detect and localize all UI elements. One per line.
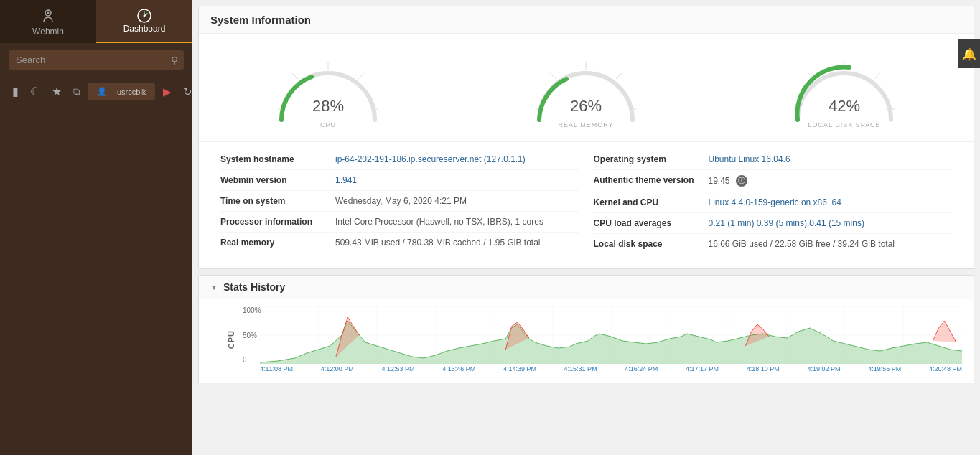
webmin-label: Webmin [32, 27, 64, 37]
info-row-kernel: Kernel and CPU Linux 4.4.0-159-generic o… [594, 192, 953, 213]
cpu-gauge: 28% CPU [256, 48, 400, 134]
sidebar-top: Webmin Dashboard [0, 0, 192, 43]
os-val[interactable]: Ubuntu Linux 16.04.6 [709, 154, 790, 164]
x-label-9: 4:19:02 PM [807, 365, 840, 372]
info-col-left: System hostname ip-64-202-191-186.ip.sec… [213, 149, 587, 254]
info-row-memory: Real memory 509.43 MiB used / 780.38 MiB… [220, 233, 579, 253]
x-label-10: 4:19:55 PM [868, 365, 901, 372]
x-label-6: 4:16:24 PM [625, 365, 658, 372]
notification-bell[interactable]: 🔔 [958, 39, 980, 68]
username: usrccbik [113, 85, 149, 98]
search-input[interactable] [9, 50, 184, 70]
time-val: Wednesday, May 6, 2020 4:21 PM [335, 196, 467, 206]
webmin-ver-key: Webmin version [220, 175, 335, 185]
share-icon[interactable]: ⧉ [70, 84, 83, 100]
sidebar-item-webmin[interactable]: Webmin [0, 0, 96, 43]
memory-key: Real memory [220, 238, 335, 248]
theme-key: Authentic theme version [594, 175, 709, 185]
time-key: Time on system [220, 196, 335, 206]
cpu-chart-label: CPU [210, 330, 235, 349]
x-label-8: 4:18:10 PM [747, 365, 780, 372]
stats-history-panel: ▼ Stats History CPU 100% 50% 0 [198, 275, 974, 383]
svg-text:REAL MEMORY: REAL MEMORY [559, 121, 614, 128]
bell-icon: 🔔 [962, 47, 976, 61]
svg-marker-43 [933, 321, 956, 342]
x-label-11: 4:20:48 PM [929, 365, 962, 372]
load-val[interactable]: 0.21 (1 min) 0.39 (5 mins) 0.41 (15 mins… [709, 218, 864, 228]
memory-val: 509.43 MiB used / 780.38 MiB cached / 1.… [335, 238, 541, 248]
info-row-webmin-ver: Webmin version 1.941 [220, 170, 579, 191]
main-content: System Information [192, 0, 980, 455]
x-label-2: 4:12:53 PM [381, 365, 414, 372]
svg-line-7 [358, 73, 364, 79]
svg-line-14 [616, 73, 622, 79]
collapse-icon[interactable]: ▼ [210, 283, 218, 291]
kernel-key: Kernel and CPU [594, 197, 709, 207]
webmin-ver-val[interactable]: 1.941 [335, 175, 357, 185]
sidebar: Webmin Dashboard ⚲ ▮ ☾ ★ ⧉ 👤 usrccbik ▶ … [0, 0, 192, 455]
svg-point-1 [47, 11, 50, 14]
svg-line-12 [550, 73, 556, 79]
memory-gauge: 26% REAL MEMORY [514, 48, 658, 134]
cpu-chart-svg [260, 306, 962, 364]
svg-line-21 [874, 73, 880, 79]
x-label-4: 4:14:39 PM [503, 365, 536, 372]
cpu-gauge-svg: 28% CPU [271, 48, 386, 134]
x-label-1: 4:12:00 PM [321, 365, 354, 372]
sidebar-item-dashboard[interactable]: Dashboard [96, 0, 192, 43]
theme-val: 19.45 ⓘ [709, 175, 747, 187]
svg-point-3 [144, 15, 146, 17]
x-label-3: 4:13:46 PM [442, 365, 475, 372]
search-icon: ⚲ [171, 55, 178, 66]
theme-info-icon[interactable]: ⓘ [736, 175, 747, 187]
disk-key: Local disk space [594, 239, 709, 249]
memory-gauge-svg: 26% REAL MEMORY [528, 48, 643, 134]
dashboard-label: Dashboard [123, 24, 166, 34]
cpu-chart-wrapper: 100% 50% 0 [243, 306, 962, 372]
hostname-key: System hostname [220, 154, 335, 164]
kernel-val[interactable]: Linux 4.4.0-159-generic on x86_64 [709, 197, 841, 207]
x-axis-labels: 4:11:08 PM 4:12:00 PM 4:12:53 PM 4:13:46… [260, 365, 962, 372]
info-table: System hostname ip-64-202-191-186.ip.sec… [199, 141, 974, 268]
user-badge[interactable]: 👤 usrccbik [88, 83, 155, 100]
stats-history-header: ▼ Stats History [199, 276, 974, 299]
processor-key: Processor information [220, 217, 335, 227]
disk-gauge-svg: 42% LOCAL DISK SPACE [787, 48, 902, 134]
load-key: CPU load averages [594, 218, 709, 228]
disk-gauge: 42% LOCAL DISK SPACE [773, 48, 916, 134]
svg-text:28%: 28% [312, 97, 344, 115]
os-key: Operating system [594, 154, 709, 164]
star-icon[interactable]: ★ [48, 83, 65, 100]
system-info-title: System Information [199, 6, 974, 34]
pin-icon[interactable]: ▮ [9, 83, 22, 100]
info-row-processor: Processor information Intel Core Process… [220, 212, 579, 233]
hostname-val[interactable]: ip-64-202-191-186.ip.secureserver.net (1… [335, 154, 526, 164]
cpu-chart-row: CPU 100% 50% 0 [210, 306, 962, 372]
info-row-theme: Authentic theme version 19.45 ⓘ [594, 170, 953, 192]
search-container: ⚲ [0, 43, 192, 77]
gauges-row: 28% CPU 26% [199, 34, 974, 141]
svg-line-5 [292, 73, 298, 79]
info-row-disk: Local disk space 16.66 GiB used / 22.58 … [594, 234, 953, 254]
info-col-right: Operating system Ubuntu Linux 16.04.6 Au… [587, 149, 960, 254]
moon-icon[interactable]: ☾ [27, 83, 44, 100]
info-row-os: Operating system Ubuntu Linux 16.04.6 [594, 149, 953, 170]
stats-chart-area: CPU 100% 50% 0 [199, 299, 974, 383]
dashboard-icon [136, 8, 152, 24]
disk-val: 16.66 GiB used / 22.58 GiB free / 39.24 … [709, 239, 895, 249]
logout-button[interactable]: ▶ [159, 83, 175, 100]
processor-val: Intel Core Processor (Haswell, no TSX, I… [335, 217, 543, 227]
x-label-5: 4:15:31 PM [564, 365, 597, 372]
sidebar-toolbar: ▮ ☾ ★ ⧉ 👤 usrccbik ▶ ↻ [0, 77, 192, 106]
x-label-0: 4:11:08 PM [260, 365, 293, 372]
info-row-time: Time on system Wednesday, May 6, 2020 4:… [220, 191, 579, 212]
stats-history-title: Stats History [223, 281, 285, 293]
svg-text:26%: 26% [570, 97, 602, 115]
info-row-hostname: System hostname ip-64-202-191-186.ip.sec… [220, 149, 579, 170]
x-label-7: 4:17:17 PM [686, 365, 719, 372]
webmin-icon [39, 7, 57, 24]
svg-text:LOCAL DISK SPACE: LOCAL DISK SPACE [808, 121, 881, 128]
svg-text:CPU: CPU [320, 121, 336, 128]
svg-text:42%: 42% [829, 97, 860, 115]
info-row-load: CPU load averages 0.21 (1 min) 0.39 (5 m… [594, 213, 953, 234]
